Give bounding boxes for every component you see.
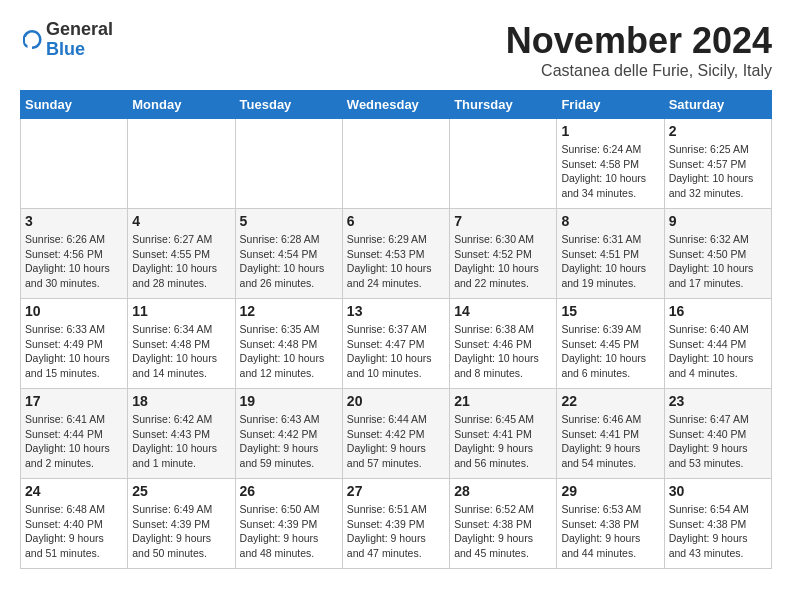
calendar-cell: 14Sunrise: 6:38 AM Sunset: 4:46 PM Dayli… [450,299,557,389]
day-number: 6 [347,213,445,229]
calendar-cell: 20Sunrise: 6:44 AM Sunset: 4:42 PM Dayli… [342,389,449,479]
day-number: 1 [561,123,659,139]
weekday-header-monday: Monday [128,91,235,119]
weekday-header-thursday: Thursday [450,91,557,119]
day-info: Sunrise: 6:24 AM Sunset: 4:58 PM Dayligh… [561,142,659,201]
day-info: Sunrise: 6:35 AM Sunset: 4:48 PM Dayligh… [240,322,338,381]
day-info: Sunrise: 6:25 AM Sunset: 4:57 PM Dayligh… [669,142,767,201]
day-number: 5 [240,213,338,229]
day-number: 18 [132,393,230,409]
calendar-cell [21,119,128,209]
day-number: 20 [347,393,445,409]
calendar-cell: 16Sunrise: 6:40 AM Sunset: 4:44 PM Dayli… [664,299,771,389]
day-info: Sunrise: 6:53 AM Sunset: 4:38 PM Dayligh… [561,502,659,561]
day-number: 14 [454,303,552,319]
day-info: Sunrise: 6:54 AM Sunset: 4:38 PM Dayligh… [669,502,767,561]
calendar-cell: 18Sunrise: 6:42 AM Sunset: 4:43 PM Dayli… [128,389,235,479]
calendar-header: SundayMondayTuesdayWednesdayThursdayFrid… [21,91,772,119]
day-info: Sunrise: 6:40 AM Sunset: 4:44 PM Dayligh… [669,322,767,381]
day-number: 2 [669,123,767,139]
calendar-cell: 13Sunrise: 6:37 AM Sunset: 4:47 PM Dayli… [342,299,449,389]
day-info: Sunrise: 6:26 AM Sunset: 4:56 PM Dayligh… [25,232,123,291]
calendar-week-5: 24Sunrise: 6:48 AM Sunset: 4:40 PM Dayli… [21,479,772,569]
calendar-table: SundayMondayTuesdayWednesdayThursdayFrid… [20,90,772,569]
day-number: 19 [240,393,338,409]
calendar-cell: 27Sunrise: 6:51 AM Sunset: 4:39 PM Dayli… [342,479,449,569]
calendar-cell: 25Sunrise: 6:49 AM Sunset: 4:39 PM Dayli… [128,479,235,569]
calendar-cell [450,119,557,209]
calendar-cell: 22Sunrise: 6:46 AM Sunset: 4:41 PM Dayli… [557,389,664,479]
day-number: 21 [454,393,552,409]
day-number: 16 [669,303,767,319]
weekday-header-sunday: Sunday [21,91,128,119]
day-info: Sunrise: 6:28 AM Sunset: 4:54 PM Dayligh… [240,232,338,291]
calendar-cell: 21Sunrise: 6:45 AM Sunset: 4:41 PM Dayli… [450,389,557,479]
day-info: Sunrise: 6:38 AM Sunset: 4:46 PM Dayligh… [454,322,552,381]
calendar-cell: 3Sunrise: 6:26 AM Sunset: 4:56 PM Daylig… [21,209,128,299]
calendar-cell: 30Sunrise: 6:54 AM Sunset: 4:38 PM Dayli… [664,479,771,569]
day-info: Sunrise: 6:31 AM Sunset: 4:51 PM Dayligh… [561,232,659,291]
calendar-cell: 12Sunrise: 6:35 AM Sunset: 4:48 PM Dayli… [235,299,342,389]
calendar-week-2: 3Sunrise: 6:26 AM Sunset: 4:56 PM Daylig… [21,209,772,299]
location-subtitle: Castanea delle Furie, Sicily, Italy [506,62,772,80]
day-number: 17 [25,393,123,409]
day-info: Sunrise: 6:30 AM Sunset: 4:52 PM Dayligh… [454,232,552,291]
calendar-cell: 23Sunrise: 6:47 AM Sunset: 4:40 PM Dayli… [664,389,771,479]
logo-icon [20,28,44,52]
day-number: 11 [132,303,230,319]
day-number: 27 [347,483,445,499]
day-info: Sunrise: 6:52 AM Sunset: 4:38 PM Dayligh… [454,502,552,561]
day-number: 3 [25,213,123,229]
day-number: 13 [347,303,445,319]
logo: General Blue [20,20,113,60]
day-number: 23 [669,393,767,409]
calendar-week-4: 17Sunrise: 6:41 AM Sunset: 4:44 PM Dayli… [21,389,772,479]
calendar-cell: 1Sunrise: 6:24 AM Sunset: 4:58 PM Daylig… [557,119,664,209]
calendar-cell: 8Sunrise: 6:31 AM Sunset: 4:51 PM Daylig… [557,209,664,299]
page-header: General Blue November 2024 Castanea dell… [20,20,772,80]
calendar-cell [342,119,449,209]
day-info: Sunrise: 6:41 AM Sunset: 4:44 PM Dayligh… [25,412,123,471]
calendar-cell: 15Sunrise: 6:39 AM Sunset: 4:45 PM Dayli… [557,299,664,389]
calendar-cell [235,119,342,209]
calendar-cell: 4Sunrise: 6:27 AM Sunset: 4:55 PM Daylig… [128,209,235,299]
day-info: Sunrise: 6:45 AM Sunset: 4:41 PM Dayligh… [454,412,552,471]
calendar-cell: 28Sunrise: 6:52 AM Sunset: 4:38 PM Dayli… [450,479,557,569]
day-info: Sunrise: 6:46 AM Sunset: 4:41 PM Dayligh… [561,412,659,471]
weekday-header-tuesday: Tuesday [235,91,342,119]
weekday-header-row: SundayMondayTuesdayWednesdayThursdayFrid… [21,91,772,119]
weekday-header-friday: Friday [557,91,664,119]
day-info: Sunrise: 6:49 AM Sunset: 4:39 PM Dayligh… [132,502,230,561]
calendar-cell: 29Sunrise: 6:53 AM Sunset: 4:38 PM Dayli… [557,479,664,569]
calendar-cell: 7Sunrise: 6:30 AM Sunset: 4:52 PM Daylig… [450,209,557,299]
day-info: Sunrise: 6:44 AM Sunset: 4:42 PM Dayligh… [347,412,445,471]
month-title: November 2024 [506,20,772,62]
day-number: 29 [561,483,659,499]
day-number: 25 [132,483,230,499]
logo-general-text: General [46,19,113,39]
day-number: 7 [454,213,552,229]
day-number: 8 [561,213,659,229]
day-info: Sunrise: 6:33 AM Sunset: 4:49 PM Dayligh… [25,322,123,381]
day-number: 4 [132,213,230,229]
day-info: Sunrise: 6:47 AM Sunset: 4:40 PM Dayligh… [669,412,767,471]
weekday-header-saturday: Saturday [664,91,771,119]
calendar-cell: 19Sunrise: 6:43 AM Sunset: 4:42 PM Dayli… [235,389,342,479]
day-info: Sunrise: 6:34 AM Sunset: 4:48 PM Dayligh… [132,322,230,381]
calendar-cell: 11Sunrise: 6:34 AM Sunset: 4:48 PM Dayli… [128,299,235,389]
day-info: Sunrise: 6:37 AM Sunset: 4:47 PM Dayligh… [347,322,445,381]
calendar-week-3: 10Sunrise: 6:33 AM Sunset: 4:49 PM Dayli… [21,299,772,389]
calendar-cell: 6Sunrise: 6:29 AM Sunset: 4:53 PM Daylig… [342,209,449,299]
day-info: Sunrise: 6:27 AM Sunset: 4:55 PM Dayligh… [132,232,230,291]
day-info: Sunrise: 6:48 AM Sunset: 4:40 PM Dayligh… [25,502,123,561]
calendar-cell: 5Sunrise: 6:28 AM Sunset: 4:54 PM Daylig… [235,209,342,299]
day-number: 30 [669,483,767,499]
day-number: 9 [669,213,767,229]
day-number: 24 [25,483,123,499]
weekday-header-wednesday: Wednesday [342,91,449,119]
day-info: Sunrise: 6:43 AM Sunset: 4:42 PM Dayligh… [240,412,338,471]
day-info: Sunrise: 6:50 AM Sunset: 4:39 PM Dayligh… [240,502,338,561]
day-info: Sunrise: 6:32 AM Sunset: 4:50 PM Dayligh… [669,232,767,291]
day-info: Sunrise: 6:29 AM Sunset: 4:53 PM Dayligh… [347,232,445,291]
day-number: 12 [240,303,338,319]
